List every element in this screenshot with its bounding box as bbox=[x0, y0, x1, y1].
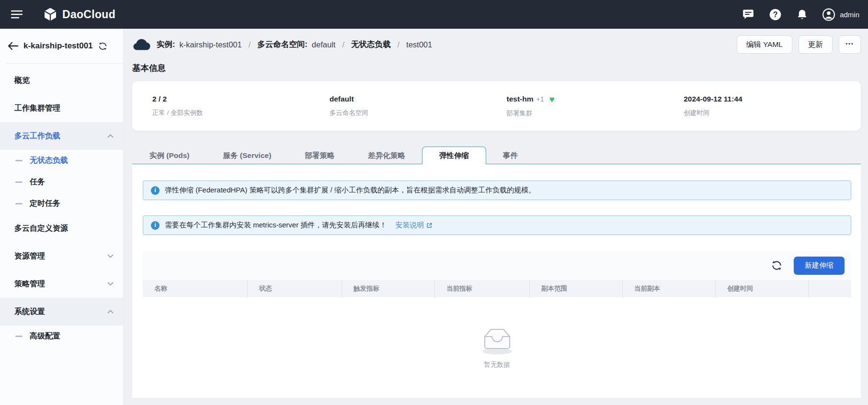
topbar-right: ? admin bbox=[742, 8, 859, 21]
hpa-table: 新建伸缩 名称 状态 触发指标 当前指标 副本范围 当前副本 创建时间 bbox=[143, 251, 851, 369]
info-field-namespace: default 多云命名空间 bbox=[330, 95, 507, 118]
cluster-title: k-kairship-test001 bbox=[23, 41, 93, 51]
empty-text: 暂无数据 bbox=[484, 360, 510, 369]
install-guide-link[interactable]: 安装说明 bbox=[395, 221, 433, 230]
help-icon[interactable]: ? bbox=[768, 8, 782, 21]
sidebar-item-resource-management[interactable]: 资源管理 bbox=[0, 242, 123, 270]
top-bar: DaoCloud ? admin bbox=[0, 0, 868, 29]
brand-name: DaoCloud bbox=[62, 8, 115, 21]
sidebar-divider bbox=[6, 63, 123, 64]
column-status: 状态 bbox=[248, 280, 342, 297]
dash-icon bbox=[15, 160, 23, 161]
sidebar-item-advanced-config[interactable]: 高级配置 bbox=[0, 326, 123, 347]
message-icon[interactable] bbox=[742, 8, 755, 21]
back-arrow-icon[interactable] bbox=[8, 42, 18, 50]
empty-state: 暂无数据 bbox=[143, 321, 851, 369]
update-button[interactable]: 更新 bbox=[799, 35, 833, 54]
tab-deployment-policy[interactable]: 部署策略 bbox=[288, 147, 351, 164]
header-actions: 编辑 YAML 更新 ••• bbox=[737, 35, 861, 54]
basic-info-card: 2 / 2 正常 / 全部实例数 default 多云命名空间 test-hm … bbox=[132, 81, 861, 131]
column-created-at: 创建时间 bbox=[716, 280, 809, 297]
alert-text: 弹性伸缩 (FederatedHPA) 策略可以跨多个集群扩展 / 缩小工作负载… bbox=[165, 186, 536, 195]
sidebar-nav: 概览 工作集群管理 多云工作负载 无状态负载 任务 定时任务 多云自定义资源 资… bbox=[0, 67, 123, 347]
tab-differentiation-policy[interactable]: 差异化策略 bbox=[351, 147, 422, 164]
sidebar-item-system-settings[interactable]: 系统设置 bbox=[0, 298, 123, 326]
svg-text:?: ? bbox=[773, 11, 777, 19]
username: admin bbox=[840, 11, 859, 19]
tab-bar: 实例 (Pods) 服务 (Service) 部署策略 差异化策略 弹性伸缩 事… bbox=[132, 146, 861, 164]
chevron-down-icon bbox=[107, 254, 114, 258]
dash-icon bbox=[15, 181, 23, 183]
health-heart-icon: ♥ bbox=[549, 95, 554, 104]
tab-service[interactable]: 服务 (Service) bbox=[206, 147, 288, 164]
autoscaling-panel: i 弹性伸缩 (FederatedHPA) 策略可以跨多个集群扩展 / 缩小工作… bbox=[132, 164, 861, 398]
basic-info-title: 基本信息 bbox=[132, 62, 861, 74]
table-toolbar: 新建伸缩 bbox=[143, 251, 851, 280]
cloud-icon bbox=[132, 38, 150, 51]
info-icon: i bbox=[151, 221, 160, 230]
chevron-down-icon bbox=[107, 282, 114, 286]
column-trigger-metric: 触发指标 bbox=[342, 280, 435, 297]
table-header: 名称 状态 触发指标 当前指标 副本范围 当前副本 创建时间 bbox=[143, 280, 851, 297]
dash-icon bbox=[15, 336, 23, 337]
column-name: 名称 bbox=[143, 280, 248, 297]
column-actions bbox=[809, 280, 851, 297]
column-current-metric: 当前指标 bbox=[435, 280, 530, 297]
sidebar-item-overview[interactable]: 概览 bbox=[0, 67, 123, 94]
column-replica-range: 副本范围 bbox=[530, 280, 623, 297]
chevron-up-icon bbox=[107, 310, 114, 314]
info-icon: i bbox=[151, 186, 160, 195]
create-hpa-button[interactable]: 新建伸缩 bbox=[794, 257, 845, 275]
brand[interactable]: DaoCloud bbox=[43, 7, 115, 22]
switch-cluster-icon[interactable] bbox=[98, 42, 107, 51]
tab-events[interactable]: 事件 bbox=[486, 147, 535, 164]
breadcrumb-namespace-value[interactable]: default bbox=[312, 40, 336, 49]
sidebar-item-multicloud-workloads[interactable]: 多云工作负载 bbox=[0, 122, 123, 150]
cluster-count-badge: +1 bbox=[536, 95, 544, 103]
sidebar-item-worker-clusters[interactable]: 工作集群管理 bbox=[0, 94, 123, 122]
refresh-icon[interactable] bbox=[771, 260, 782, 271]
alert-text: 需要在每个工作集群内安装 metrics-server 插件，请先安装后再继续！ bbox=[165, 221, 387, 230]
chevron-up-icon bbox=[107, 134, 114, 138]
info-alert-metrics-server: i 需要在每个工作集群内安装 metrics-server 插件，请先安装后再继… bbox=[143, 215, 851, 235]
sidebar-item-custom-resources[interactable]: 多云自定义资源 bbox=[0, 214, 123, 242]
sidebar-item-policy-management[interactable]: 策略管理 bbox=[0, 270, 123, 298]
hamburger-menu-icon[interactable] bbox=[10, 7, 24, 22]
main-content: 实例: k-kairship-test001 / 多云命名空间: default… bbox=[124, 29, 868, 405]
empty-inbox-icon bbox=[478, 321, 516, 356]
breadcrumb: 实例: k-kairship-test001 / 多云命名空间: default… bbox=[132, 38, 432, 51]
user-menu[interactable]: admin bbox=[822, 8, 859, 21]
external-link-icon bbox=[426, 222, 433, 229]
breadcrumb-workload-name: test001 bbox=[406, 40, 432, 49]
sidebar-item-cronjobs[interactable]: 定时任务 bbox=[0, 193, 123, 214]
column-current-replicas: 当前副本 bbox=[623, 280, 716, 297]
info-field-replicas: 2 / 2 正常 / 全部实例数 bbox=[152, 95, 330, 118]
breadcrumb-instance-label: 实例: bbox=[157, 39, 175, 50]
notification-bell-icon[interactable] bbox=[795, 8, 809, 21]
daocloud-logo-icon bbox=[43, 7, 57, 22]
more-actions-button[interactable]: ••• bbox=[839, 35, 861, 54]
tab-pods[interactable]: 实例 (Pods) bbox=[133, 147, 206, 164]
breadcrumb-instance-value[interactable]: k-kairship-test001 bbox=[180, 40, 242, 49]
avatar-icon bbox=[822, 8, 835, 21]
dash-icon bbox=[15, 203, 23, 204]
info-field-created: 2024-09-12 11:44 创建时间 bbox=[684, 95, 861, 118]
sidebar: k-kairship-test001 概览 工作集群管理 多云工作负载 无状态负… bbox=[0, 29, 124, 405]
breadcrumb-namespace-label: 多云命名空间: bbox=[257, 39, 308, 50]
edit-yaml-button[interactable]: 编辑 YAML bbox=[737, 35, 792, 54]
page-header: 实例: k-kairship-test001 / 多云命名空间: default… bbox=[132, 29, 861, 60]
sidebar-header: k-kairship-test001 bbox=[0, 29, 123, 63]
sidebar-item-stateless-workloads[interactable]: 无状态负载 bbox=[0, 150, 123, 171]
info-field-clusters: test-hm +1 ♥ 部署集群 bbox=[507, 95, 684, 118]
tab-autoscaling[interactable]: 弹性伸缩 bbox=[422, 146, 486, 164]
sidebar-item-jobs[interactable]: 任务 bbox=[0, 171, 123, 193]
breadcrumb-workload-label[interactable]: 无状态负载 bbox=[351, 39, 391, 50]
info-alert-hpa: i 弹性伸缩 (FederatedHPA) 策略可以跨多个集群扩展 / 缩小工作… bbox=[143, 180, 851, 200]
